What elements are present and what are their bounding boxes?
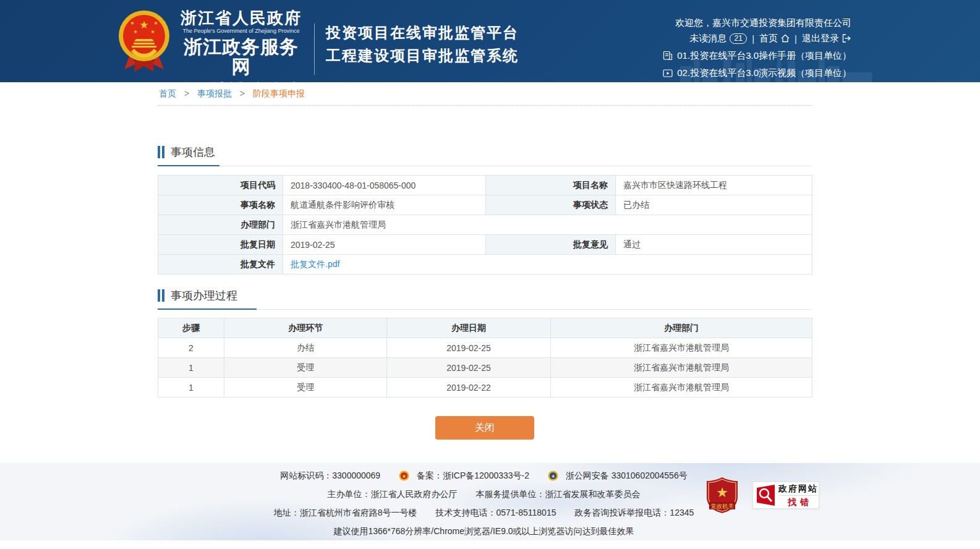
unread-messages-link[interactable]: 未读消息 (689, 33, 726, 45)
table-row: 项目代码 2018-330400-48-01-058065-000 项目名称 嘉… (158, 176, 812, 195)
video-link[interactable]: 02.投资在线平台3.0演示视频（项目单位） (677, 67, 851, 79)
find-error-bottom: 找错 (779, 495, 817, 508)
info-section-header: 事项信息 (158, 145, 812, 166)
site-code-text: 网站标识码：3300000069 (280, 470, 380, 480)
svg-text:★: ★ (153, 20, 158, 26)
footer-line-2: 主办单位：浙江省人民政府办公厅 本服务提供单位：浙江省发展和改革委员会 (0, 489, 968, 500)
cell-step: 1 (158, 378, 224, 398)
approval-date-value: 2019-02-25 (283, 235, 486, 255)
breadcrumb-separator: > (184, 88, 189, 98)
cell-dept: 浙江省嘉兴市港航管理局 (551, 338, 812, 358)
gov-name-cn: 浙江省人民政府 (177, 10, 305, 27)
footer-line-4: 建议使用1366*768分辨率/Chrome浏览器/IE9.0或以上浏览器访问达… (0, 526, 968, 537)
provider-text: 本服务提供单位：浙江省发展和改革委员会 (475, 489, 640, 499)
home-link[interactable]: 首页 (759, 33, 778, 45)
item-name-label: 事项名称 (158, 195, 283, 215)
complaint-phone-text: 政务咨询投诉举报电话：12345 (574, 508, 694, 517)
project-code-label: 项目代码 (158, 176, 283, 195)
separator: | (795, 33, 797, 44)
footer-line-3: 地址：浙江省杭州市省府路8号一号楼 技术支持电话：0571-85118015 政… (0, 508, 968, 519)
header-user-area: 欢迎您，嘉兴市交通投资集团有限责任公司 未读消息21 | 首页 | 退出登录 (663, 17, 851, 79)
manual-link[interactable]: 01.投资在线平台3.0操作手册（项目单位） (677, 50, 851, 62)
section-bars-icon (158, 146, 164, 158)
address-text: 地址：浙江省杭州市省府路8号一号楼 (274, 508, 417, 517)
home-icon[interactable] (781, 34, 790, 43)
police-record-link[interactable]: 浙公网安备 33010602004556号 (566, 470, 688, 480)
svg-text:★: ★ (130, 20, 134, 26)
cell-date: 2019-02-25 (387, 358, 551, 378)
logout-link[interactable]: 退出登录 (802, 33, 839, 45)
col-stage: 办理环节 (224, 318, 387, 338)
footer: 网站标识码：3300000069 ★ 备案：浙ICP备12000333号-2 ★… (0, 463, 980, 540)
project-name-label: 项目名称 (486, 176, 616, 195)
project-code-value: 2018-330400-48-01-058065-000 (283, 176, 486, 195)
icp-link[interactable]: 备案：浙ICP备12000333号-2 (417, 470, 529, 480)
portal-name: 浙江政务服务网 (177, 37, 305, 77)
cell-date: 2019-02-22 (387, 378, 551, 398)
item-status-label: 事项状态 (486, 195, 616, 215)
cell-stage: 受理 (224, 358, 387, 378)
process-table: 步骤 办理环节 办理日期 办理部门 2 办结 2019-02-25 浙江省嘉兴市… (158, 318, 812, 398)
approval-opinion-value: 通过 (616, 235, 812, 255)
item-info-table: 项目代码 2018-330400-48-01-058065-000 项目名称 嘉… (158, 175, 812, 274)
dept-value: 浙江省嘉兴市港航管理局 (283, 215, 812, 235)
table-row: 办理部门 浙江省嘉兴市港航管理局 (158, 215, 812, 235)
header: ★ ★ ★ ★ ★ 浙江省人民政府 The People's Governmen… (0, 0, 980, 82)
breadcrumb-separator: > (240, 88, 245, 98)
svg-text:★: ★ (402, 474, 406, 479)
find-error-badge[interactable]: 政府网站 找错 (752, 482, 819, 509)
close-button[interactable]: 关闭 (435, 416, 534, 440)
breadcrumb-item-reporting[interactable]: 事项报批 (197, 88, 232, 98)
breadcrumb-home[interactable]: 首页 (159, 88, 176, 98)
manual-link-row: 01.投资在线平台3.0操作手册（项目单位） (663, 49, 851, 62)
svg-text:★: ★ (716, 485, 728, 500)
breadcrumb: 首页 > 事项报批 > 阶段事项申报 (158, 82, 812, 106)
site-logo-text: 浙江省人民政府 The People's Government of Zheji… (177, 10, 305, 82)
find-error-text: 政府网站 找错 (778, 483, 819, 508)
approval-file-link[interactable]: 批复文件.pdf (291, 259, 339, 269)
cell-step: 2 (158, 338, 224, 358)
police-emblem-icon: ★ (548, 470, 558, 481)
col-date: 办理日期 (387, 318, 551, 338)
svg-text:★: ★ (139, 19, 148, 31)
footer-line-1: 网站标识码：3300000069 ★ 备案：浙ICP备12000333号-2 ★… (0, 463, 968, 482)
browser-tip-text: 建议使用1366*768分辨率/Chrome浏览器/IE9.0或以上浏览器访问达… (333, 526, 634, 536)
find-error-icon (753, 482, 778, 508)
portal-subtitle: 全国一体化在线政务服务平台 (177, 80, 305, 82)
section-bars-icon (158, 289, 164, 302)
approval-file-cell: 批复文件.pdf (283, 255, 812, 274)
cell-dept: 浙江省嘉兴市港航管理局 (551, 358, 812, 378)
find-error-top: 政府网站 (778, 483, 818, 494)
platform-titles: 投资项目在线审批监管平台 工程建设项目审批监管系统 (326, 22, 519, 66)
col-dept: 办理部门 (551, 318, 812, 338)
approval-date-label: 批复日期 (158, 235, 283, 255)
table-row: 批复日期 2019-02-25 批复意见 通过 (158, 235, 812, 255)
manual-icon (663, 51, 673, 61)
organizer-text: 主办单位：浙江省人民政府办公厅 (328, 489, 458, 499)
info-section-title: 事项信息 (171, 145, 215, 160)
platform-title-2: 工程建设项目审批监管系统 (326, 45, 519, 66)
cell-step: 1 (158, 358, 224, 378)
table-row: 1 受理 2019-02-22 浙江省嘉兴市港航管理局 (158, 378, 812, 398)
table-row: 2 办结 2019-02-25 浙江省嘉兴市港航管理局 (158, 338, 812, 358)
process-table-header-row: 步骤 办理环节 办理日期 办理部门 (158, 318, 812, 338)
unread-count-badge[interactable]: 21 (730, 33, 747, 44)
separator: | (752, 33, 754, 44)
logout-icon[interactable] (842, 34, 851, 43)
approval-file-label: 批复文件 (158, 255, 283, 274)
process-section-header: 事项办理过程 (158, 288, 812, 310)
cell-date: 2019-02-25 (387, 338, 551, 358)
party-gov-badge[interactable]: ★ 党政机关 (705, 477, 739, 516)
col-step: 步骤 (158, 318, 224, 338)
svg-text:★: ★ (551, 474, 555, 479)
platform-title-1: 投资项目在线审批监管平台 (326, 22, 519, 43)
welcome-line: 欢迎您，嘉兴市交通投资集团有限责任公司 (663, 17, 851, 29)
dept-label: 办理部门 (158, 215, 283, 235)
approval-opinion-label: 批复意见 (486, 235, 616, 255)
header-divider (314, 23, 315, 75)
welcome-text: 欢迎您，嘉兴市交通投资集团有限责任公司 (675, 17, 851, 29)
table-row: 事项名称 航道通航条件影响评价审核 事项状态 已办结 (158, 195, 812, 215)
gov-name-en: The People's Government of Zhejiang Prov… (177, 28, 305, 34)
party-badge-label: 党政机关 (710, 503, 735, 509)
video-icon (663, 69, 673, 77)
